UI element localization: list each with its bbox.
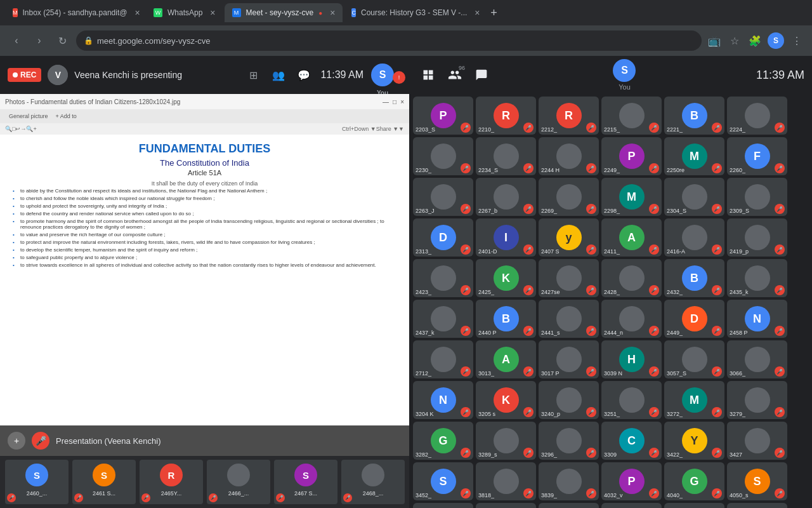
new-tab-button[interactable]: + (485, 4, 502, 22)
participant-tile-3282: G 3282_ 🎤 (413, 422, 473, 460)
mute-icon: 🎤 (523, 366, 534, 377)
participant-tile-3452: S 3452_ 🎤 (413, 462, 473, 500)
meet-header: REC V Veena Kenchi is presenting ⊞ 👥 💬 1… (0, 56, 409, 94)
participant-photo (494, 469, 519, 494)
thumb-mute-icon: 🎤 (141, 493, 150, 502)
cast-icon[interactable]: 📺 (707, 33, 722, 48)
participant-count: 96 (459, 65, 465, 71)
presentation-window: Photos - Fundamental duties of Indian Ci… (0, 94, 409, 456)
participant-tile-3240: 3240_p 🎤 (539, 381, 599, 419)
chat-panel-icon[interactable] (470, 64, 493, 86)
svg-rect-2 (424, 76, 428, 80)
tab-course[interactable]: C Course: History G3 - SEM V -... × (344, 3, 483, 22)
reload-button[interactable]: ↻ (53, 32, 71, 50)
mute-icon: 🎤 (586, 285, 596, 295)
mute-icon: 🎤 (586, 407, 596, 417)
participant-tile-2221: B 2221_ 🎤 (664, 97, 724, 135)
chat-icon[interactable]: 💬 (295, 66, 313, 84)
presentation-area: REC V Veena Kenchi is presenting ⊞ 👥 💬 1… (0, 56, 409, 508)
mute-icon: 🎤 (712, 204, 722, 214)
mute-icon: 🎤 (712, 366, 722, 377)
participant-tile-3309: C 3309 🎤 (601, 422, 662, 460)
presenter-avatar: V (48, 65, 68, 85)
participant-tile-3296: 3296_ 🎤 (539, 422, 599, 460)
participant-photo (494, 144, 519, 169)
mute-icon: 🎤 (461, 448, 471, 458)
address-bar: ‹ › ↻ 🔒 meet.google.com/sey-vysz-cve 📺 ☆… (0, 25, 812, 56)
participant-photo (619, 306, 645, 331)
participant-tile-2458: N 2458 P 🎤 (727, 300, 787, 338)
participant-avatar: Y (682, 428, 707, 453)
url-bar[interactable]: 🔒 meet.google.com/sey-vysz-cve (76, 30, 702, 51)
profile-avatar[interactable]: S (768, 32, 784, 49)
add-to-overlay-btn[interactable]: + (8, 432, 25, 450)
back-button[interactable]: ‹ (8, 32, 25, 50)
participant-avatar: N (431, 387, 456, 413)
bookmark-icon[interactable]: ☆ (727, 33, 742, 48)
participant-photo (619, 265, 645, 291)
participant-photo (556, 347, 582, 372)
participant-tile-3066: 3066_ 🎤 (727, 340, 787, 378)
mute-icon: 🎤 (586, 326, 596, 336)
tab-gmail[interactable]: M Inbox (254) - sandhya.pandit@ × (5, 3, 145, 22)
lock-icon: 🔒 (84, 36, 93, 45)
mute-icon: 🎤 (775, 326, 785, 336)
tab-whatsapp[interactable]: W WhatsApp × (146, 3, 223, 22)
participant-photo (494, 184, 519, 210)
participant-avatar: B (682, 103, 707, 128)
mute-icon: 🎤 (775, 488, 785, 498)
participant-avatar: D (431, 225, 456, 250)
participant-photo (619, 103, 645, 128)
slide-item: to abide by the Constitution and respect… (13, 188, 396, 194)
participant-tile-2304: 2304_S 🎤 (664, 178, 724, 216)
grid-view-icon[interactable]: ⊞ (244, 66, 262, 84)
participant-tile-2427: 2427se 🎤 (539, 259, 599, 297)
participant-tile-3017: 3017 P 🎤 (539, 340, 599, 378)
mute-overlay-btn[interactable]: 🎤 (32, 432, 49, 450)
participant-photo (494, 428, 519, 453)
participant-photo (745, 265, 770, 291)
participant-tile-2401: I 2401-D 🎤 (476, 218, 536, 257)
mute-icon: 🎤 (523, 285, 534, 295)
mute-icon: 🎤 (461, 285, 471, 295)
mute-icon: 🎤 (523, 326, 534, 336)
participant-tile-2419: 2419_p 🎤 (727, 218, 787, 257)
tab-meet[interactable]: M Meet - sey-vysz-cve ● × (225, 3, 343, 22)
participants-panel: 96 S You 11:39 AM P 2203_S 🎤 (409, 56, 812, 508)
mute-icon: 🎤 (775, 163, 785, 173)
participant-tile-2712: 2712_ 🎤 (413, 340, 473, 378)
extensions-icon[interactable]: 🧩 (747, 33, 763, 48)
participant-tile-2437: 2437_k 🎤 (413, 300, 473, 338)
mute-icon: 🎤 (712, 488, 722, 498)
people-icon[interactable]: 👥 (270, 66, 287, 84)
mute-icon: 🎤 (649, 407, 659, 417)
mute-icon: 🎤 (712, 163, 722, 173)
grid-icon[interactable] (417, 64, 440, 86)
participant-photo (431, 347, 456, 372)
participant-avatar: N (745, 306, 770, 331)
ppt-controls: General picture + Add to (0, 109, 409, 123)
thumb-tile-2468: 2468_... 🎤 (341, 460, 405, 504)
mute-icon: 🎤 (649, 204, 659, 214)
mute-icon: 🎤 (586, 204, 596, 214)
presenter-name: Veena Kenchi is presenting (74, 70, 182, 80)
participant-tile-2423: 2423_ 🎤 (413, 259, 473, 297)
people-icon[interactable]: 96 (443, 64, 466, 86)
participant-avatar: S (431, 469, 456, 494)
grid-row: 2712_ 🎤 A 3013_ 🎤 3017 P 🎤 H 3039 N 🎤 (413, 340, 808, 378)
mute-icon: 🎤 (775, 285, 785, 295)
thumb-mute-icon: 🎤 (343, 493, 352, 502)
slide-item: to promote harmony and the spirit of com… (13, 218, 396, 230)
forward-button[interactable]: › (30, 32, 48, 50)
mute-icon: 🎤 (775, 366, 785, 377)
slide-article: Article 51A (8, 169, 402, 177)
participant-tile-3279: 3279_ 🎤 (727, 381, 787, 419)
participant-tile-3039: H 3039 N 🎤 (601, 340, 662, 378)
mute-icon: 🎤 (712, 407, 722, 417)
mute-icon: 🎤 (649, 163, 659, 173)
participant-tile-3251: 3251_ 🎤 (601, 381, 662, 419)
thumb-avatar: R (160, 464, 183, 486)
mute-icon: 🎤 (586, 244, 596, 255)
participant-avatar: y (556, 225, 582, 250)
menu-icon[interactable]: ⋮ (789, 33, 804, 48)
